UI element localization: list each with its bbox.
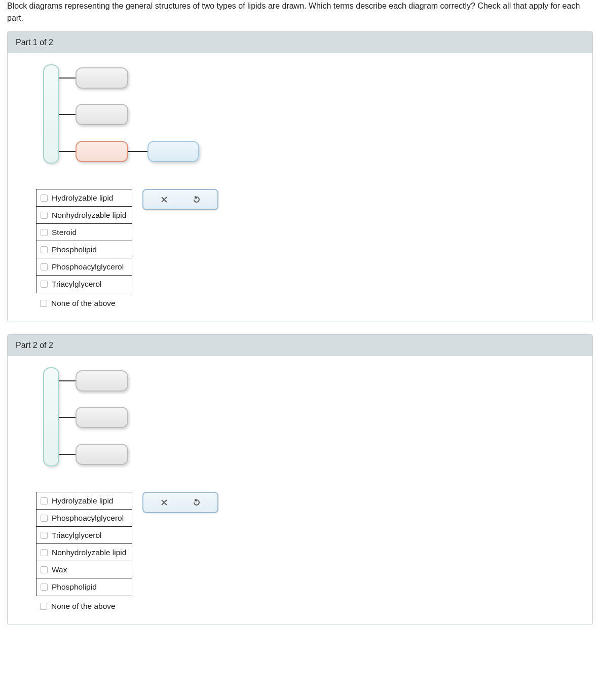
- connector: [59, 417, 76, 418]
- option-label: Nonhydrolyzable lipid: [52, 210, 126, 220]
- part-2-diagram: [36, 365, 229, 472]
- option-row[interactable]: Nonhydrolyzable lipid: [36, 544, 132, 561]
- option-checkbox[interactable]: [41, 263, 48, 270]
- connector: [59, 77, 76, 79]
- option-row[interactable]: Triacylglycerol: [36, 276, 132, 293]
- connector: [59, 114, 76, 115]
- clear-icon[interactable]: [160, 498, 169, 507]
- option-label: Hydrolyzable lipid: [52, 193, 113, 203]
- option-label: Phosphoacylglycerol: [52, 262, 124, 271]
- connector: [59, 151, 76, 152]
- connector: [59, 454, 76, 455]
- option-label: Phospholipid: [52, 582, 97, 592]
- option-checkbox[interactable]: [41, 281, 48, 288]
- fatty-acid-block: [76, 407, 128, 428]
- option-row[interactable]: Nonhydrolyzable lipid: [36, 207, 132, 224]
- fatty-acid-block: [76, 67, 128, 89]
- part-2-container: Part 2 of 2 Hydrolyzable lipid P: [7, 334, 593, 625]
- part-1-container: Part 1 of 2 Hydrolyzable lipid: [7, 31, 593, 322]
- option-checkbox[interactable]: [41, 549, 48, 556]
- part-1-action-panel: [142, 189, 218, 210]
- option-label: Triacylglycerol: [52, 279, 101, 289]
- phosphate-block: [76, 141, 128, 162]
- option-checkbox[interactable]: [40, 603, 47, 610]
- option-label: Phospholipid: [52, 245, 97, 254]
- reset-icon[interactable]: [192, 195, 201, 204]
- option-label: Nonhydrolyzable lipid: [52, 548, 126, 557]
- reset-icon[interactable]: [192, 498, 201, 507]
- option-row[interactable]: Phospholipid: [36, 578, 132, 596]
- glycerol-backbone: [43, 64, 59, 164]
- option-label: Hydrolyzable lipid: [52, 496, 113, 505]
- connector: [59, 380, 76, 381]
- option-row[interactable]: Steroid: [36, 224, 132, 241]
- option-row-none[interactable]: None of the above: [36, 596, 132, 613]
- question-text: Block diagrams representing the general …: [7, 0, 593, 24]
- option-checkbox[interactable]: [41, 246, 48, 253]
- fatty-acid-block: [76, 444, 128, 465]
- option-checkbox[interactable]: [41, 584, 48, 591]
- fatty-acid-block: [76, 104, 128, 125]
- option-row[interactable]: Hydrolyzable lipid: [36, 492, 132, 510]
- fatty-acid-block: [76, 370, 128, 392]
- option-checkbox[interactable]: [41, 229, 48, 236]
- option-checkbox[interactable]: [41, 212, 48, 219]
- part-2-action-panel: [142, 492, 218, 513]
- option-label: None of the above: [51, 298, 116, 308]
- option-row[interactable]: Phosphoacylglycerol: [36, 510, 132, 527]
- option-label: None of the above: [51, 601, 116, 611]
- clear-icon[interactable]: [160, 195, 169, 204]
- part-1-body: Hydrolyzable lipid Nonhydrolyzable lipid…: [8, 53, 592, 322]
- connector: [128, 151, 147, 152]
- part-1-options: Hydrolyzable lipid Nonhydrolyzable lipid…: [36, 189, 132, 293]
- part-1-diagram: [36, 62, 229, 169]
- option-row[interactable]: Hydrolyzable lipid: [36, 189, 132, 207]
- option-checkbox[interactable]: [41, 566, 48, 573]
- option-label: Phosphoacylglycerol: [52, 513, 124, 523]
- part-2-header: Part 2 of 2: [8, 335, 592, 356]
- option-checkbox[interactable]: [41, 532, 48, 539]
- option-row[interactable]: Phospholipid: [36, 241, 132, 258]
- part-1-header: Part 1 of 2: [8, 32, 592, 53]
- option-checkbox[interactable]: [40, 300, 47, 307]
- part-2-body: Hydrolyzable lipid Phosphoacylglycerol T…: [8, 356, 592, 625]
- option-row[interactable]: Phosphoacylglycerol: [36, 258, 132, 276]
- option-row-none[interactable]: None of the above: [36, 293, 132, 310]
- option-checkbox[interactable]: [41, 497, 48, 504]
- headgroup-block: [147, 141, 199, 162]
- option-row[interactable]: Wax: [36, 561, 132, 578]
- option-checkbox[interactable]: [41, 515, 48, 522]
- option-row[interactable]: Triacylglycerol: [36, 527, 132, 544]
- glycerol-backbone: [43, 367, 59, 466]
- part-2-options: Hydrolyzable lipid Phosphoacylglycerol T…: [36, 492, 132, 596]
- option-label: Triacylglycerol: [52, 530, 101, 540]
- option-label: Steroid: [52, 227, 77, 237]
- option-checkbox[interactable]: [41, 195, 48, 202]
- option-label: Wax: [52, 565, 67, 574]
